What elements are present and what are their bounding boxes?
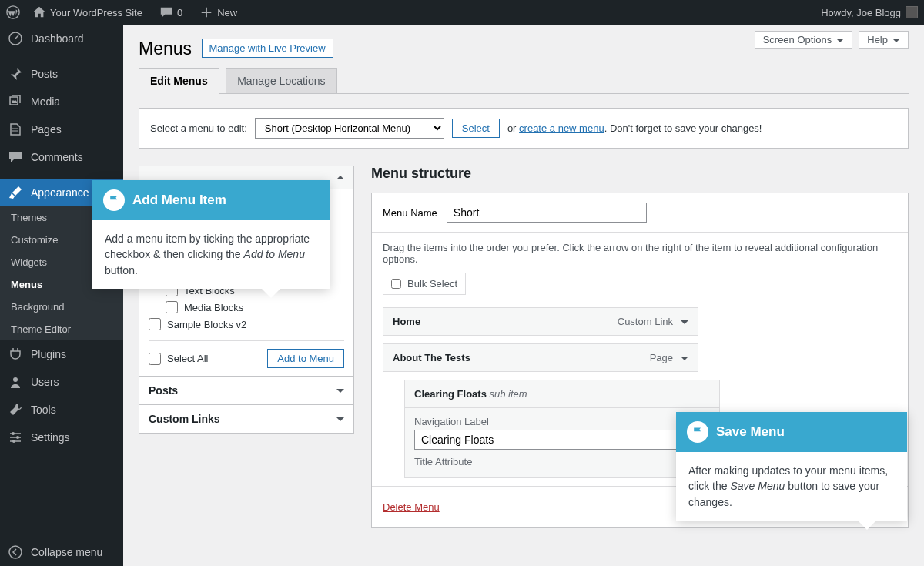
sidebar-item-label: Comments <box>31 151 83 163</box>
svg-point-5 <box>12 440 15 443</box>
screen-options-button[interactable]: Screen Options <box>755 31 853 49</box>
create-new-menu-link[interactable]: create a new menu <box>519 122 604 134</box>
select-menu-prompt: Select a menu to edit: <box>150 122 247 134</box>
menu-select-bar: Select a menu to edit: Short (Desktop Ho… <box>139 108 909 149</box>
home-icon <box>32 5 46 19</box>
sidebar-item-label: Tools <box>31 404 56 416</box>
screen-options-label: Screen Options <box>763 34 832 45</box>
menu-name-input[interactable] <box>447 203 647 223</box>
howdy-text[interactable]: Howdy, Joe Blogg <box>821 7 901 18</box>
comments-icon <box>8 149 23 165</box>
caret-down-icon <box>836 39 844 46</box>
sidebar-item-plugins[interactable]: Plugins <box>0 340 123 368</box>
pages-icon <box>8 122 23 137</box>
sidebar-item-comments[interactable]: Comments <box>0 143 123 171</box>
sidebar-item-tools[interactable]: Tools <box>0 396 123 424</box>
admin-sidebar: Dashboard Posts Media Pages Comments App… <box>0 25 123 566</box>
menu-item-card[interactable]: Home Custom Link <box>383 307 698 336</box>
collapse-label: Collapse menu <box>31 546 102 558</box>
tab-manage-locations[interactable]: Manage Locations <box>226 68 336 93</box>
accordion-posts-header[interactable]: Posts <box>139 376 353 404</box>
sidebar-item-media[interactable]: Media <box>0 88 123 116</box>
sidebar-subitem-background[interactable]: Background <box>0 296 123 318</box>
sidebar-item-label: Pages <box>31 123 62 136</box>
page-checkbox-label: Sample Blocks v2 <box>167 319 246 330</box>
sidebar-item-posts[interactable]: Posts <box>0 60 123 88</box>
select-all-label: Select All <box>167 353 208 364</box>
sidebar-item-settings[interactable]: Settings <box>0 424 123 451</box>
select-menu-button[interactable]: Select <box>452 119 500 138</box>
collapse-icon <box>8 544 23 560</box>
comments-link[interactable]: 0 <box>155 5 187 19</box>
menu-item-title: Clearing Floats <box>414 388 487 400</box>
checkbox[interactable] <box>149 318 161 330</box>
page-checkbox-row[interactable]: Media Blocks <box>149 299 344 316</box>
brush-icon <box>8 185 23 200</box>
sidebar-item-label: Appearance <box>31 186 89 199</box>
checkbox[interactable] <box>166 301 178 313</box>
help-button[interactable]: Help <box>859 31 909 49</box>
plus-icon <box>199 5 213 19</box>
wordpress-logo-icon[interactable] <box>6 5 20 19</box>
sidebar-item-label: Plugins <box>31 348 66 360</box>
select-all-checkbox[interactable]: Select All <box>149 350 208 367</box>
svg-point-2 <box>13 377 18 382</box>
comment-icon <box>159 5 173 19</box>
sidebar-item-label: Media <box>31 95 60 108</box>
caret-down-icon <box>336 417 344 425</box>
drag-instructions: Drag the items into the order you prefer… <box>383 242 897 265</box>
page-title: Menus <box>139 25 192 67</box>
page-checkbox-label: Media Blocks <box>184 302 243 313</box>
nav-label-label: Navigation Label <box>414 416 710 427</box>
menu-item-type: Page <box>650 352 673 363</box>
menu-item-title: About The Tests <box>393 352 470 363</box>
flag-icon <box>687 421 708 443</box>
menu-name-label: Menu Name <box>383 207 437 219</box>
caret-down-icon <box>892 39 900 46</box>
add-to-menu-button[interactable]: Add to Menu <box>267 349 344 368</box>
bulk-select-toggle[interactable]: Bulk Select <box>383 273 466 295</box>
callout-title: Save Menu <box>716 424 785 440</box>
site-link[interactable]: Your WordPress Site <box>28 5 147 19</box>
sidebar-item-dashboard[interactable]: Dashboard <box>0 25 123 52</box>
callout-em: Save Menu <box>730 480 785 492</box>
checkbox[interactable] <box>391 279 401 289</box>
menu-structure-heading: Menu structure <box>371 166 909 182</box>
collapse-menu-button[interactable]: Collapse menu <box>0 538 123 566</box>
nav-label-input[interactable] <box>414 430 710 450</box>
sidebar-item-label: Dashboard <box>31 32 84 45</box>
page-checkbox-row[interactable]: Sample Blocks v2 <box>149 316 344 333</box>
sidebar-item-label: Users <box>31 376 59 388</box>
sidebar-subitem-theme-editor[interactable]: Theme Editor <box>0 318 123 340</box>
callout-save-menu: Save Menu After making updates to your m… <box>676 412 907 521</box>
manage-live-preview-button[interactable]: Manage with Live Preview <box>202 39 333 58</box>
sliders-icon <box>8 430 23 445</box>
svg-point-4 <box>16 436 19 439</box>
callout-title: Add Menu Item <box>132 193 226 208</box>
new-label: New <box>217 7 237 18</box>
delete-menu-link[interactable]: Delete Menu <box>383 501 440 513</box>
checkbox[interactable] <box>149 353 161 365</box>
sidebar-item-pages[interactable]: Pages <box>0 116 123 143</box>
callout-em: Add to Menu <box>244 248 305 260</box>
callout-arrow-icon <box>858 521 876 539</box>
avatar[interactable] <box>906 6 918 18</box>
menu-item-card[interactable]: About The Tests Page <box>383 343 698 372</box>
menu-item-card-sub[interactable]: Clearing Floats sub item Navigation Labe… <box>404 380 720 478</box>
callout-body: After making updates to your menu items,… <box>676 452 907 521</box>
caret-down-icon <box>336 389 344 397</box>
callout-body: Add a menu item by ticking the appropria… <box>92 220 330 289</box>
caret-up-icon <box>336 172 344 179</box>
accordion-section-label: Custom Links <box>149 413 220 425</box>
accordion-custom-links-header[interactable]: Custom Links <box>139 404 353 433</box>
bulk-select-label: Bulk Select <box>407 278 457 290</box>
sidebar-item-users[interactable]: Users <box>0 368 123 396</box>
help-label: Help <box>867 34 888 45</box>
wrench-icon <box>8 402 23 417</box>
caret-down-icon <box>681 320 688 328</box>
menu-select-dropdown[interactable]: Short (Desktop Horizontal Menu) <box>255 118 444 139</box>
menu-item-title: Home <box>393 316 420 327</box>
tab-edit-menus[interactable]: Edit Menus <box>139 68 219 94</box>
accordion-section-label: Posts <box>149 384 178 397</box>
new-content-link[interactable]: New <box>195 5 242 19</box>
